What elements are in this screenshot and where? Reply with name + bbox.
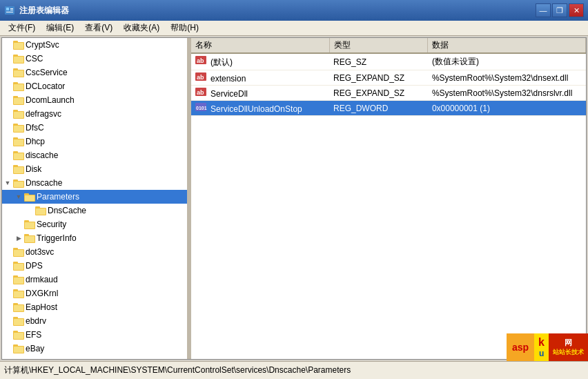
folder-icon — [13, 247, 24, 257]
menu-view[interactable]: 查看(V) — [79, 21, 118, 35]
registry-panel[interactable]: 名称 类型 数据 ab(默认) REG_SZ (数值未设置) abextensi… — [191, 38, 586, 359]
svg-rect-61 — [14, 291, 23, 298]
tree-label: DfsC — [26, 123, 44, 133]
reg-type-icon: ab — [195, 72, 208, 81]
tree-expander — [2, 83, 13, 90]
tree-item-Disk[interactable]: Disk — [2, 162, 187, 176]
svg-rect-25 — [14, 126, 23, 132]
tree-expander — [2, 69, 13, 76]
window-title: 注册表编辑器 — [19, 5, 69, 17]
svg-rect-37 — [14, 182, 23, 187]
tree-expander — [13, 221, 24, 228]
tree-item-Security[interactable]: Security — [2, 217, 187, 231]
folder-icon — [13, 344, 24, 353]
menu-help[interactable]: 帮助(H) — [165, 21, 204, 35]
svg-rect-73 — [14, 347, 23, 353]
tree-expander — [2, 262, 13, 269]
tree-indent — [2, 192, 13, 202]
logo-asp: asp — [507, 333, 534, 361]
tree-item-Dnscache[interactable]: ▼ Dnscache — [2, 176, 187, 190]
tree-label: DPS — [26, 261, 43, 271]
menu-edit[interactable]: 编辑(E) — [41, 21, 79, 35]
folder-icon — [13, 275, 24, 284]
tree-item-EapHost[interactable]: EapHost — [2, 300, 187, 314]
tree-item-eBay[interactable]: eBay — [2, 342, 187, 356]
reg-type: REG_EXPAND_SZ — [329, 70, 428, 86]
tree-item-CscService[interactable]: CscService — [2, 66, 187, 79]
svg-rect-31 — [14, 153, 23, 159]
minimize-button[interactable]: — — [536, 3, 551, 17]
tree-expander[interactable]: ▼ — [13, 193, 24, 200]
tree-expander[interactable]: ▼ — [2, 179, 13, 186]
tree-expander — [2, 249, 13, 255]
tree-label: Parameters — [37, 192, 79, 202]
col-type[interactable]: 类型 — [329, 38, 428, 53]
tree-item-DXGKrnl[interactable]: DXGKrnl — [2, 286, 187, 300]
tree-item-TriggerInfo[interactable]: ▶ TriggerInfo — [2, 231, 187, 245]
logo-ku: k u — [534, 333, 549, 361]
tree-item-CryptSvc[interactable]: CryptSvc — [2, 38, 187, 52]
table-row[interactable]: 0101ServiceDllUnloadOnStop REG_DWORD 0x0… — [191, 101, 586, 116]
folder-icon — [13, 109, 24, 119]
tree-scroll[interactable]: CryptSvc CSC CscService DCLocator DcomLa… — [2, 38, 187, 359]
svg-rect-52 — [14, 250, 23, 256]
tree-item-drmkaud[interactable]: drmkaud — [2, 273, 187, 286]
tree-expander — [2, 55, 13, 62]
menu-favorites[interactable]: 收藏夹(A) — [118, 21, 165, 35]
svg-rect-16 — [14, 84, 23, 90]
tree-item-discache[interactable]: discache — [2, 148, 187, 162]
svg-rect-43 — [36, 208, 46, 215]
svg-rect-3 — [10, 10, 13, 10]
svg-rect-7 — [14, 43, 23, 49]
tree-label: CscService — [26, 68, 68, 77]
tree-expander — [2, 276, 13, 283]
tree-panel[interactable]: CryptSvc CSC CscService DCLocator DcomLa… — [2, 38, 188, 359]
tree-label: Disk — [26, 164, 41, 174]
tree-expander — [2, 124, 13, 131]
folder-icon — [13, 164, 24, 174]
tree-item-EFS[interactable]: EFS — [2, 328, 187, 342]
tree-indent — [13, 206, 24, 215]
reg-name: 0101ServiceDllUnloadOnStop — [191, 101, 329, 116]
logo-area: asp k u 网 站站长技术 — [507, 333, 588, 361]
tree-item-Parameters[interactable]: ▼ Parameters — [2, 190, 187, 204]
tree-item-CSC[interactable]: CSC — [2, 52, 187, 66]
reg-data: (数值未设置) — [428, 53, 586, 70]
tree-item-defragsvc[interactable]: defragsvc — [2, 107, 187, 121]
col-name[interactable]: 名称 — [191, 38, 329, 53]
col-data[interactable]: 数据 — [428, 38, 586, 53]
folder-icon — [13, 289, 24, 298]
svg-rect-64 — [14, 305, 23, 311]
tree-item-ebdrv[interactable]: ebdrv — [2, 314, 187, 328]
svg-rect-40 — [25, 195, 35, 201]
tree-item-DfsC[interactable]: DfsC — [2, 121, 187, 135]
reg-type-icon: 0101 — [195, 102, 208, 112]
content-pane: CryptSvc CSC CscService DCLocator DcomLa… — [1, 37, 587, 360]
table-row[interactable]: ab(默认) REG_SZ (数值未设置) — [191, 53, 586, 70]
svg-rect-58 — [14, 278, 23, 284]
tree-item-DCLocator[interactable]: DCLocator — [2, 79, 187, 93]
tree-expander — [2, 318, 13, 324]
table-row[interactable]: abServiceDll REG_EXPAND_SZ %SystemRoot%\… — [191, 86, 586, 101]
close-button[interactable]: ✕ — [569, 3, 584, 17]
folder-icon — [35, 206, 46, 215]
tree-expander[interactable]: ▶ — [13, 235, 24, 242]
menu-file[interactable]: 文件(F) — [3, 21, 41, 35]
registry-rows: ab(默认) REG_SZ (数值未设置) abextension REG_EX… — [191, 53, 586, 116]
tree-item-dot3svc[interactable]: dot3svc — [2, 245, 187, 259]
svg-rect-34 — [14, 167, 23, 173]
tree-item-Dhcp[interactable]: Dhcp — [2, 135, 187, 148]
svg-rect-4 — [6, 12, 13, 12]
reg-data: %SystemRoot%\System32\dnsrslvr.dll — [428, 86, 586, 101]
svg-rect-28 — [14, 139, 23, 146]
reg-name: abextension — [191, 70, 329, 86]
reg-type-icon: ab — [195, 87, 208, 97]
tree-item-DcomLaunch[interactable]: DcomLaunch — [2, 93, 187, 107]
reg-name: ab(默认) — [191, 53, 329, 70]
table-row[interactable]: abextension REG_EXPAND_SZ %SystemRoot%\S… — [191, 70, 586, 86]
restore-button[interactable]: ❐ — [552, 3, 567, 17]
tree-item-DnsCache2[interactable]: DnsCache — [2, 204, 187, 217]
svg-rect-2 — [10, 8, 13, 9]
tree-item-DPS[interactable]: DPS — [2, 259, 187, 273]
folder-icon — [13, 54, 24, 64]
